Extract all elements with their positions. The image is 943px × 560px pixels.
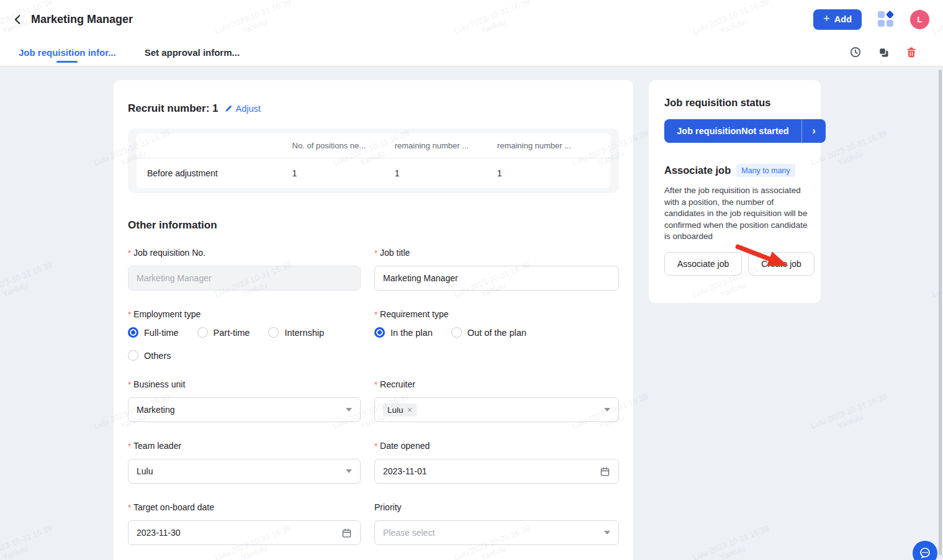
job-requisition-form-card: Recruit number: 1 Adjust No. of position…: [114, 80, 633, 560]
target-onboard-date-input[interactable]: 2023-11-30: [128, 520, 361, 545]
priority-select[interactable]: Please select: [374, 520, 619, 545]
chat-assistant-button[interactable]: [913, 541, 937, 560]
field-team-leader: *Team leader Lulu: [128, 441, 361, 484]
field-date-opened: *Date opened 2023-11-01: [374, 441, 619, 484]
field-job-requisition-no: *Job requisition No. Marketing Manager: [128, 248, 361, 291]
select-value: Lulu: [137, 466, 346, 476]
field-employment-type: *Employment type Full-time Part-time Int…: [128, 309, 361, 361]
required-asterisk: *: [128, 310, 131, 319]
radio-label: In the plan: [390, 328, 433, 338]
many-to-many-badge: Many to many: [736, 164, 795, 177]
history-button[interactable]: [849, 45, 862, 59]
field-label: Priority: [374, 502, 402, 512]
radio-icon: [128, 350, 138, 361]
field-label: Team leader: [133, 441, 181, 451]
grid-square: [878, 11, 885, 18]
tab-set-approval-information[interactable]: Set approval inform...: [145, 38, 240, 66]
chevron-right-icon[interactable]: ›: [802, 125, 826, 137]
pencil-icon: [224, 104, 233, 113]
required-asterisk: *: [374, 310, 377, 319]
tab-job-requisition-information[interactable]: Job requisition infor...: [19, 38, 116, 66]
table-cell-row-name: Before adjustment: [147, 168, 292, 178]
job-requisition-no-input[interactable]: Marketing Manager: [128, 266, 361, 291]
input-value: 2023-11-30: [137, 528, 341, 538]
chevron-left-icon: [12, 14, 24, 25]
delete-button[interactable]: [905, 45, 918, 59]
radio-out-of-the-plan[interactable]: Out of the plan: [451, 327, 526, 338]
trash-icon: [905, 46, 918, 58]
table-header-cell: remaining number ...: [395, 141, 497, 150]
table-cell-value: 1: [395, 168, 497, 178]
associate-job-button[interactable]: Associate job: [664, 252, 742, 276]
select-placeholder: Please select: [383, 528, 604, 538]
input-value: Marketing Manager: [383, 273, 610, 283]
grid-square: [887, 20, 893, 27]
table-row: Before adjustment 1 1 1: [137, 158, 610, 188]
apps-grid-icon[interactable]: [878, 11, 894, 27]
required-asterisk: *: [128, 503, 131, 512]
radio-icon: [197, 327, 208, 338]
clock-icon: [849, 46, 862, 58]
radio-label: Internship: [284, 328, 324, 338]
chat-bubble-icon: [918, 546, 932, 560]
top-chrome: Marketing Manager + Add L Job requisitio…: [0, 0, 943, 66]
status-button[interactable]: Job requisitionNot started ›: [664, 119, 826, 143]
adjust-link-label: Adjust: [236, 104, 261, 114]
required-asterisk: *: [128, 380, 131, 389]
radio-in-the-plan[interactable]: In the plan: [374, 327, 433, 338]
field-job-title: *Job title Marketing Manager: [374, 248, 619, 291]
radio-part-time[interactable]: Part-time: [197, 327, 250, 338]
recruit-number-value: 1: [212, 102, 218, 114]
back-button[interactable]: [9, 11, 26, 28]
vertical-scrollbar[interactable]: [939, 70, 942, 555]
avatar[interactable]: L: [910, 10, 929, 29]
remove-tag-icon[interactable]: ✕: [407, 406, 413, 413]
recruit-adjust-table: No. of positions ne... remaining number …: [128, 129, 619, 193]
field-label: Requirement type: [380, 309, 449, 319]
page-title: Marketing Manager: [31, 13, 133, 26]
field-priority: Priority Please select: [374, 502, 619, 545]
table-header-row: No. of positions ne... remaining number …: [137, 133, 610, 158]
field-recruiter: *Recruiter Lulu✕: [374, 379, 619, 422]
radio-icon: [268, 327, 279, 338]
field-business-unit: *Business unit Marketing: [128, 379, 361, 422]
associate-job-description: After the job requisition is associated …: [664, 185, 815, 243]
add-button-label: Add: [834, 14, 852, 24]
table-cell-value: 1: [497, 168, 600, 178]
radio-label: Out of the plan: [467, 328, 526, 338]
recruiter-select[interactable]: Lulu✕: [374, 397, 619, 422]
radio-icon: [374, 327, 385, 338]
radio-internship[interactable]: Internship: [268, 327, 324, 338]
adjust-link[interactable]: Adjust: [224, 104, 261, 114]
input-value: 2023-11-01: [383, 466, 600, 476]
plus-icon: +: [823, 13, 830, 24]
duplicate-button[interactable]: [877, 45, 890, 59]
section-title-other-information: Other information: [128, 219, 619, 232]
radio-icon: [128, 327, 138, 338]
date-opened-input[interactable]: 2023-11-01: [374, 459, 619, 484]
calendar-icon: [600, 466, 610, 477]
associate-job-title: Associate job: [664, 165, 731, 176]
grid-diamond: [886, 11, 894, 19]
add-button[interactable]: + Add: [813, 9, 862, 30]
team-leader-select[interactable]: Lulu: [128, 459, 361, 484]
tab-label: Set approval inform...: [145, 47, 240, 58]
required-asterisk: *: [374, 441, 377, 451]
required-asterisk: *: [128, 248, 131, 258]
field-label: Job title: [380, 248, 410, 258]
radio-label: Part-time: [214, 328, 250, 338]
job-title-input[interactable]: Marketing Manager: [374, 266, 619, 291]
radio-full-time[interactable]: Full-time: [128, 327, 179, 338]
field-label: Business unit: [133, 379, 185, 389]
required-asterisk: *: [128, 441, 131, 451]
status-card-title: Job requisition status: [664, 97, 813, 109]
chevron-down-icon: [604, 408, 610, 412]
radio-others[interactable]: Others: [128, 350, 171, 361]
create-job-button[interactable]: Create job: [748, 252, 814, 276]
active-tab-underline: [56, 61, 78, 63]
tab-label: Job requisition infor...: [19, 47, 116, 58]
business-unit-select[interactable]: Marketing: [128, 397, 361, 422]
required-asterisk: *: [374, 248, 377, 258]
field-target-onboard-date: *Target on-board date 2023-11-30: [128, 502, 361, 545]
table-cell-value: 1: [292, 168, 395, 178]
